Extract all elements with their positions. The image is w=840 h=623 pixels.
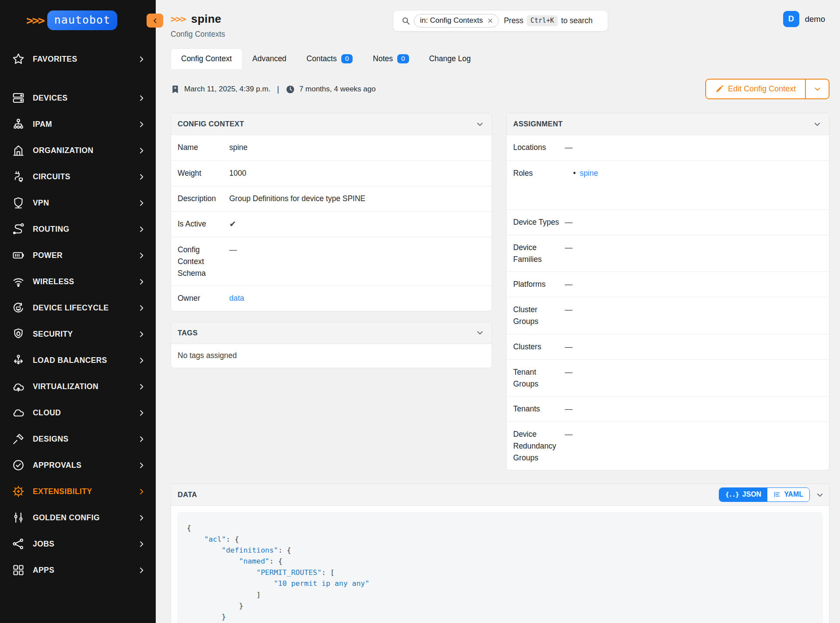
main-content: >>> spine Config Contexts in: Config Con… xyxy=(156,0,840,623)
sidebar-item-vpn[interactable]: VPN xyxy=(0,190,156,216)
value-link[interactable]: spine xyxy=(580,169,598,178)
collapse-panel-icon[interactable] xyxy=(476,120,484,128)
edit-config-context-button[interactable]: Edit Config Context xyxy=(706,80,805,98)
bookmark-icon xyxy=(171,85,180,94)
panel-title: TAGS xyxy=(178,329,198,337)
routing-icon xyxy=(11,222,25,236)
tab-change-log[interactable]: Change Log xyxy=(419,49,481,69)
sidebar-item-jobs[interactable]: JOBS xyxy=(0,531,156,557)
sidebar-item-organization[interactable]: ORGANIZATION xyxy=(0,137,156,164)
user-menu[interactable]: D demo xyxy=(783,11,825,27)
global-search-input[interactable]: in: Config Contexts Press Ctrl+K to sear… xyxy=(393,10,608,31)
chevron-down-icon xyxy=(814,85,821,93)
field-value: •spine xyxy=(565,161,822,185)
sidebar-item-label: GOLDEN CONFIG xyxy=(33,513,100,522)
sidebar-item-label: SECURITY xyxy=(33,330,73,339)
sidebar-item-wireless[interactable]: WIRELESS xyxy=(0,268,156,295)
tab-notes[interactable]: Notes0 xyxy=(363,49,419,69)
sidebar-item-label: APPS xyxy=(33,566,54,575)
field-value: 1000 xyxy=(229,161,485,185)
sidebar-item-label: POWER xyxy=(33,251,63,260)
field-row-device-types: Device Types— xyxy=(507,209,829,235)
code-line: } xyxy=(187,611,813,622)
yaml-toggle-button[interactable]: YAML xyxy=(767,488,809,501)
jobs-icon xyxy=(11,537,25,551)
tab-contacts[interactable]: Contacts0 xyxy=(297,49,363,69)
field-label: Locations xyxy=(513,135,565,160)
field-row-is-active: Is Active✔ xyxy=(171,211,492,237)
field-row-cluster-groups: Cluster Groups— xyxy=(507,297,829,334)
circuits-icon xyxy=(11,170,25,184)
panel-title: ASSIGNMENT xyxy=(513,120,563,128)
sidebar-item-circuits[interactable]: CIRCUITS xyxy=(0,164,156,190)
edit-button-group: Edit Config Context xyxy=(705,79,830,99)
data-panel-header: DATA {..} JSON YAML xyxy=(171,484,829,506)
chevron-right-icon xyxy=(138,331,145,338)
nautobot-logo[interactable]: >>> nautobot xyxy=(0,0,156,30)
field-label: Name xyxy=(178,135,229,160)
sidebar-item-favorites[interactable]: FAVORITES xyxy=(0,46,156,72)
chevron-right-icon xyxy=(138,567,145,574)
chevron-right-icon xyxy=(138,435,145,443)
sidebar-item-label: WIRELESS xyxy=(33,277,74,286)
json-braces-icon: {..} xyxy=(725,491,739,498)
sidebar-item-routing[interactable]: ROUTING xyxy=(0,216,156,242)
sidebar-item-approvals[interactable]: APPROVALS xyxy=(0,452,156,478)
json-code-block[interactable]: { "acl": { "definitions": { "named": { "… xyxy=(177,512,823,623)
search-placeholder: Press Ctrl+K to search xyxy=(504,15,593,26)
field-label: Description xyxy=(178,186,229,211)
page-title: spine xyxy=(191,12,221,26)
sidebar-item-label: CIRCUITS xyxy=(33,172,70,181)
sidebar-item-virtualization[interactable]: VIRTUALIZATION xyxy=(0,373,156,400)
sidebar-item-designs[interactable]: DESIGNS xyxy=(0,426,156,452)
search-scope-chip[interactable]: in: Config Contexts xyxy=(414,14,499,28)
chevron-right-icon xyxy=(138,383,145,390)
assignment-rows: Locations—Roles•spineDevice Types—Device… xyxy=(507,135,829,470)
field-value: ✔ xyxy=(229,212,485,237)
extensibility-icon xyxy=(11,484,25,498)
designs-icon xyxy=(11,432,25,446)
sidebar-item-extensibility[interactable]: EXTENSIBILITY xyxy=(0,478,156,505)
code-line: "definitions": { xyxy=(187,545,813,556)
sidebar-item-device-lifecycle[interactable]: DEVICE LIFECYCLE xyxy=(0,295,156,321)
panel-title: DATA xyxy=(178,491,197,499)
field-label: Is Active xyxy=(178,212,229,236)
sidebar-collapse-button[interactable] xyxy=(147,14,163,28)
sidebar-item-apps[interactable]: APPS xyxy=(0,557,156,583)
chip-close-icon[interactable] xyxy=(487,18,493,24)
sidebar-item-power[interactable]: POWER xyxy=(0,242,156,268)
collapse-panel-icon[interactable] xyxy=(476,329,484,337)
field-row-config-context-schema: Config Context Schema— xyxy=(171,237,492,285)
json-toggle-button[interactable]: {..} JSON xyxy=(719,488,768,501)
vpn-icon xyxy=(11,196,25,210)
chevron-right-icon xyxy=(138,147,145,154)
chevron-right-icon xyxy=(138,173,145,181)
sidebar-item-ipam[interactable]: IPAM xyxy=(0,111,156,137)
field-label: Device Types xyxy=(513,210,565,234)
sidebar-item-devices[interactable]: DEVICES xyxy=(0,85,156,111)
tab-config-context[interactable]: Config Context xyxy=(171,49,242,69)
field-row-clusters: Clusters— xyxy=(507,334,829,359)
collapse-panel-icon[interactable] xyxy=(813,120,821,128)
ipam-icon xyxy=(11,117,25,131)
tab-label: Config Context xyxy=(181,54,232,63)
sidebar-item-golden-config[interactable]: GOLDEN CONFIG xyxy=(0,505,156,531)
sidebar-item-load-balancers[interactable]: LOAD BALANCERS xyxy=(0,347,156,373)
sidebar-item-cloud[interactable]: CLOUD xyxy=(0,400,156,426)
sidebar-item-label: APPROVALS xyxy=(33,461,81,470)
collapse-panel-icon[interactable] xyxy=(816,491,824,499)
object-meta-row: March 11, 2025, 4:39 p.m. | 7 months, 4 … xyxy=(171,79,830,100)
code-line: "10 permit ip any any" xyxy=(187,578,813,589)
power-icon xyxy=(11,248,25,262)
sidebar-item-security[interactable]: SECURITY xyxy=(0,321,156,347)
sidebar: >>> nautobot FAVORITESDEVICESIPAMORGANIZ… xyxy=(0,0,156,623)
tab-advanced[interactable]: Advanced xyxy=(242,49,297,69)
value-link[interactable]: data xyxy=(229,294,244,303)
tab-label: Advanced xyxy=(252,54,287,63)
field-label: Config Context Schema xyxy=(178,237,229,285)
tab-count-badge: 0 xyxy=(341,54,353,63)
tags-panel: TAGS No tags assigned xyxy=(171,322,492,368)
field-label: Owner xyxy=(178,286,229,310)
edit-dropdown-button[interactable] xyxy=(805,80,829,98)
field-row-tenant-groups: Tenant Groups— xyxy=(507,359,829,396)
